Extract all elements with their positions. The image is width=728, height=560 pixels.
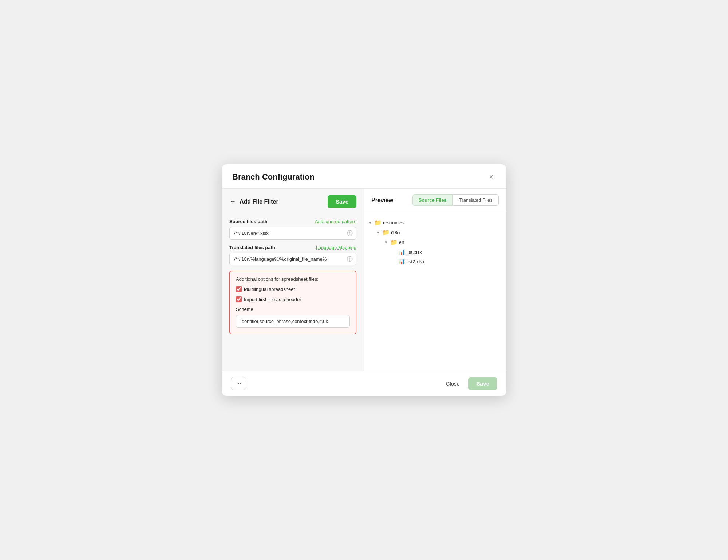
left-header: ← Add File Filter Save <box>222 189 364 214</box>
close-icon[interactable]: × <box>487 172 496 182</box>
options-title: Additional options for spreadsheet files… <box>236 276 350 282</box>
import-header-label: Import first line as a header <box>244 297 301 302</box>
tree-node[interactable]: ▾📁resources <box>368 218 502 228</box>
tree-node-label: list2.xlsx <box>407 259 424 264</box>
left-header-left: ← Add File Filter <box>229 198 278 205</box>
left-panel: ← Add File Filter Save Source files path… <box>222 189 364 371</box>
tab-source-files[interactable]: Source Files <box>412 194 453 206</box>
xlsx-file-icon: 📊 <box>398 249 405 255</box>
modal-title: Branch Configuration <box>232 172 314 182</box>
scheme-input[interactable] <box>236 315 350 328</box>
tree-node-label: resources <box>383 220 404 225</box>
source-path-info-icon[interactable]: ⓘ <box>347 229 353 237</box>
import-header-checkbox-row: Import first line as a header <box>236 296 350 302</box>
modal-header: Branch Configuration × <box>222 164 506 189</box>
preview-label: Preview <box>371 197 393 204</box>
right-header: Preview Source Files Translated Files <box>364 189 506 212</box>
save-footer-button[interactable]: Save <box>468 377 497 390</box>
source-path-input[interactable] <box>229 227 356 240</box>
tree-node: 📊list2.xlsx <box>392 257 502 266</box>
source-path-label: Source files path <box>229 219 268 224</box>
translated-path-info-icon[interactable]: ⓘ <box>347 255 353 263</box>
tree-toggle-icon[interactable]: ▾ <box>384 240 389 245</box>
language-mapping-link[interactable]: Language Mapping <box>316 245 356 250</box>
right-panel: Preview Source Files Translated Files ▾📁… <box>364 189 506 371</box>
tree-node[interactable]: ▾📁en <box>384 237 502 247</box>
folder-icon: 📁 <box>390 239 397 246</box>
multilingual-label: Multilingual spreadsheet <box>244 287 295 292</box>
multilingual-checkbox[interactable] <box>236 286 242 292</box>
tree-node: 📊list.xlsx <box>392 247 502 257</box>
tree-node[interactable]: ▾📁i18n <box>376 228 502 237</box>
save-button-header[interactable]: Save <box>328 195 356 208</box>
tree-node-label: i18n <box>391 230 400 235</box>
folder-icon: 📁 <box>374 219 381 226</box>
translated-path-input[interactable] <box>229 253 356 265</box>
translated-path-row: Translated files path Language Mapping <box>229 245 356 250</box>
options-box: Additional options for spreadsheet files… <box>229 271 356 334</box>
multilingual-checkbox-row: Multilingual spreadsheet <box>236 286 350 292</box>
xlsx-file-icon: 📊 <box>398 258 405 265</box>
close-button[interactable]: Close <box>442 378 464 390</box>
more-options-button[interactable]: ··· <box>231 377 246 390</box>
back-button[interactable]: ← <box>229 198 236 205</box>
add-ignored-pattern-link[interactable]: Add ignored pattern <box>315 219 356 224</box>
modal-body: ← Add File Filter Save Source files path… <box>222 189 506 371</box>
source-path-input-wrapper: ⓘ <box>229 227 356 240</box>
translated-path-label: Translated files path <box>229 245 275 250</box>
translated-path-input-wrapper: ⓘ <box>229 253 356 265</box>
folder-icon: 📁 <box>382 229 389 236</box>
tree-toggle-icon[interactable]: ▾ <box>376 230 381 235</box>
file-tree: ▾📁resources▾📁i18n▾📁en📊list.xlsx📊list2.xl… <box>364 212 506 272</box>
tree-node-label: en <box>399 240 404 245</box>
add-file-filter-title: Add File Filter <box>240 198 278 205</box>
modal-footer: ··· Close Save <box>222 371 506 396</box>
modal: Branch Configuration × ← Add File Filter… <box>222 164 506 396</box>
scheme-label: Scheme <box>236 307 350 312</box>
left-content: Source files path Add ignored pattern ⓘ … <box>222 219 364 342</box>
tree-toggle-icon[interactable]: ▾ <box>368 220 373 225</box>
tab-group: Source Files Translated Files <box>412 194 499 206</box>
tree-node-label: list.xlsx <box>407 249 422 255</box>
source-path-row: Source files path Add ignored pattern <box>229 219 356 224</box>
footer-right: Close Save <box>442 377 497 390</box>
import-header-checkbox[interactable] <box>236 296 242 302</box>
tab-translated-files[interactable]: Translated Files <box>453 194 499 206</box>
